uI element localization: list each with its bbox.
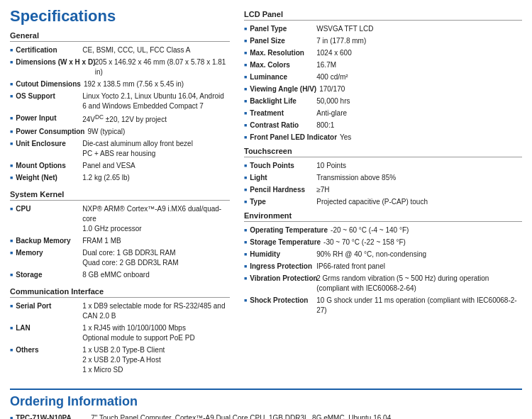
spec-value: 800:1 <box>316 121 334 130</box>
spec-label: OS Support <box>16 91 79 111</box>
spec-value: Panel and VESA <box>82 161 135 171</box>
list-item: Shock Protection 10 G shock under 11 ms … <box>244 296 522 315</box>
list-item: Unit Enclosure Die-cast aluminum alloy f… <box>10 139 230 159</box>
spec-value: Anti-glare <box>316 108 347 118</box>
lcd-list: Panel Type WSVGA TFT LCD Panel Size 7 in… <box>244 24 522 143</box>
spec-label: Memory <box>16 248 79 268</box>
spec-label: Panel Size <box>250 36 314 46</box>
list-item: Storage Temperature -30 ~ 70 °C (-22 ~ 1… <box>244 238 522 247</box>
list-item: CPU NXP® ARM® Cortex™-A9 i.MX6 dual/quad… <box>10 204 230 234</box>
spec-label: Treatment <box>250 108 314 118</box>
list-item: Panel Type WSVGA TFT LCD <box>244 24 522 34</box>
right-column: LCD Panel Panel Type WSVGA TFT LCD Panel… <box>244 7 522 377</box>
list-item: LAN 1 x RJ45 with 10/100/1000 MbpsOption… <box>10 323 230 343</box>
list-item: Certification CE, BSMI, CCC, UL, FCC Cla… <box>10 45 230 55</box>
spec-value: -30 ~ 70 °C (-22 ~ 158 °F) <box>323 238 406 247</box>
spec-value: NXP® ARM® Cortex™-A9 i.MX6 dual/quad-cor… <box>82 204 230 234</box>
spec-label: Luminance <box>250 72 314 82</box>
list-item: Storage 8 GB eMMC onboard <box>10 270 230 280</box>
spec-label: Backlight Life <box>250 96 314 106</box>
list-item: Power Consumption 9W (typical) <box>10 127 230 137</box>
ordering-list: TPC-71W-N10PA 7" Touch Panel Computer, C… <box>10 413 522 419</box>
system-kernel-heading: System Kernel <box>10 190 230 201</box>
spec-label: Vibration Protection <box>250 274 314 294</box>
list-item: Type Projected capacitive (P-CAP) touch <box>244 197 522 207</box>
spec-value: 7 in (177.8 mm) <box>316 36 366 46</box>
touchscreen-list: Touch Points 10 Points Light Transmissio… <box>244 161 522 207</box>
spec-value: Die-cast aluminum alloy front bezelPC + … <box>82 139 193 159</box>
spec-value: 1 x DB9 selectable mode for RS-232/485 a… <box>82 301 230 321</box>
list-item: Touch Points 10 Points <box>244 161 522 171</box>
spec-label: Light <box>250 173 314 183</box>
spec-value: 170/170 <box>319 84 345 94</box>
list-item: Dimensions (W x H x D) 205 x 146.92 x 46… <box>10 57 230 77</box>
spec-label: Others <box>16 345 79 375</box>
spec-value: 1 x RJ45 with 10/100/1000 MbpsOptional m… <box>82 323 194 343</box>
spec-value: IP66-rated front panel <box>316 262 385 272</box>
list-item: OS Support Linux Yocto 2.1, Linux Ubuntu… <box>10 91 230 111</box>
spec-label: Ingress Protection <box>250 262 314 272</box>
spec-value: 1024 x 600 <box>316 48 352 58</box>
lcd-heading: LCD Panel <box>244 10 522 21</box>
spec-label: Touch Points <box>250 161 314 171</box>
spec-value: 400 cd/m² <box>316 72 348 82</box>
spec-value: Linux Yocto 2.1, Linux Ubuntu 16.04, And… <box>82 91 230 111</box>
spec-value: 10 G shock under 11 ms operation (compli… <box>316 296 522 315</box>
list-item: Backlight Life 50,000 hrs <box>244 96 522 106</box>
list-item: TPC-71W-N10PA 7" Touch Panel Computer, C… <box>10 413 522 419</box>
spec-value: 90% RH @ 40 °C, non-condensing <box>316 250 426 259</box>
touchscreen-section: Touchscreen Touch Points 10 Points Light… <box>244 147 522 207</box>
list-item: Mount Options Panel and VESA <box>10 161 230 171</box>
spec-value: CE, BSMI, CCC, UL, FCC Class A <box>82 45 190 55</box>
spec-label: Storage Temperature <box>250 238 321 247</box>
list-item: Memory Dual core: 1 GB DDR3L RAMQuad cor… <box>10 248 230 268</box>
list-item: Weight (Net) 1.2 kg (2.65 lb) <box>10 173 230 183</box>
list-item: Humidity 90% RH @ 40 °C, non-condensing <box>244 250 522 259</box>
spec-label: Mount Options <box>16 161 79 171</box>
environment-section: Environment Operating Temperature -20 ~ … <box>244 211 522 315</box>
spec-label: Storage <box>16 270 79 280</box>
spec-label: Contrast Ratio <box>250 121 314 130</box>
spec-label: Dimensions (W x H x D) <box>16 57 92 77</box>
spec-label: Power Input <box>16 113 79 125</box>
spec-value: 10 Points <box>316 161 346 171</box>
communication-list: Serial Port 1 x DB9 selectable mode for … <box>10 301 230 375</box>
spec-label: Front Panel LED Indicator <box>250 133 337 143</box>
list-item: Contrast Ratio 800:1 <box>244 121 522 130</box>
system-kernel-list: CPU NXP® ARM® Cortex™-A9 i.MX6 dual/quad… <box>10 204 230 280</box>
list-item: Viewing Angle (H/V) 170/170 <box>244 84 522 94</box>
list-item: Panel Size 7 in (177.8 mm) <box>244 36 522 46</box>
spec-value: Yes <box>340 133 351 143</box>
spec-label: Backup Memory <box>16 236 79 246</box>
general-list: Certification CE, BSMI, CCC, UL, FCC Cla… <box>10 45 230 183</box>
spec-value: 1 x USB 2.0 Type-B Client2 x USB 2.0 Typ… <box>82 345 165 375</box>
environment-heading: Environment <box>244 211 522 222</box>
list-item: Power Input 24VDC ±20, 12V by project <box>10 113 230 125</box>
spec-value: Dual core: 1 GB DDR3L RAMQuad core: 2 GB… <box>82 248 178 268</box>
list-item: Vibration Protection 2 Grms random vibra… <box>244 274 522 294</box>
ordering-section: Ordering Information TPC-71W-N10PA 7" To… <box>0 389 532 419</box>
spec-label: Power Consumption <box>16 127 84 137</box>
list-item: Treatment Anti-glare <box>244 108 522 118</box>
page-title: Specifications <box>10 7 230 26</box>
spec-value: WSVGA TFT LCD <box>316 24 373 34</box>
list-item: Serial Port 1 x DB9 selectable mode for … <box>10 301 230 321</box>
lcd-section: LCD Panel Panel Type WSVGA TFT LCD Panel… <box>244 10 522 143</box>
general-heading: General <box>10 31 230 42</box>
spec-label: Humidity <box>250 250 314 259</box>
spec-label: Shock Protection <box>250 296 314 315</box>
list-item: Operating Temperature -20 ~ 60 °C (-4 ~ … <box>244 225 522 235</box>
spec-label: Weight (Net) <box>16 173 79 183</box>
spec-value: 2 Grms random vibration (5 ~ 500 Hz) dur… <box>316 274 522 294</box>
spec-value: 205 x 146.92 x 46 mm (8.07 x 5.78 x 1.81… <box>95 57 230 77</box>
list-item: Front Panel LED Indicator Yes <box>244 133 522 143</box>
spec-label: Type <box>250 197 314 207</box>
spec-value: 24VDC ±20, 12V by project <box>82 113 167 125</box>
spec-label: Certification <box>16 45 79 55</box>
spec-label: LAN <box>16 323 79 343</box>
spec-value: 16.7M <box>316 60 336 70</box>
ordering-title: Ordering Information <box>10 394 522 409</box>
spec-value: ≥7H <box>316 185 329 195</box>
list-item: Max. Colors 16.7M <box>244 60 522 70</box>
list-item: Others 1 x USB 2.0 Type-B Client2 x USB … <box>10 345 230 375</box>
